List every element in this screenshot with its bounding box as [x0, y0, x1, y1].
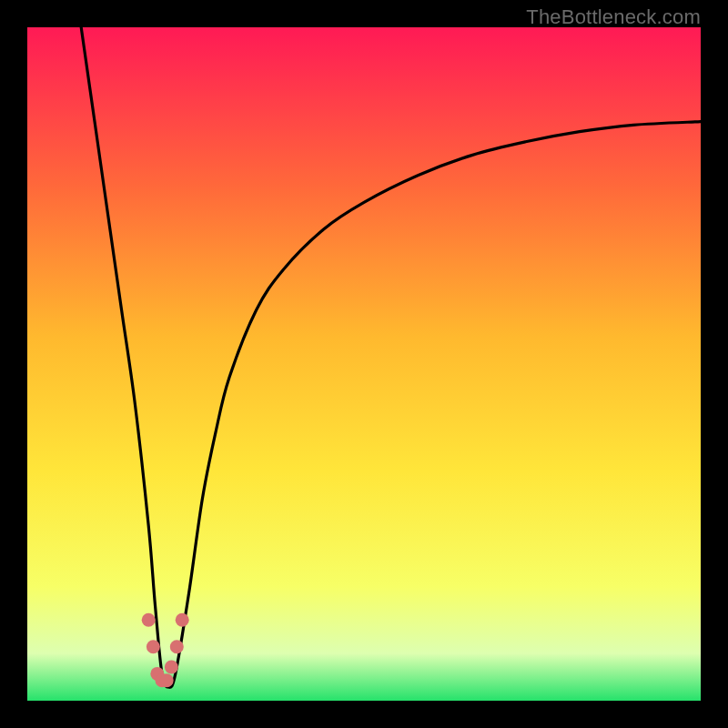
marker-dot: [142, 613, 156, 627]
marker-dot: [160, 673, 174, 687]
watermark-text: TheBottleneck.com: [526, 5, 701, 29]
chart-svg: [27, 27, 701, 701]
marker-dot: [176, 613, 189, 627]
plot-area: [27, 27, 701, 701]
outer-frame: TheBottleneck.com: [0, 0, 728, 728]
marker-dot: [170, 640, 184, 653]
marker-dot: [147, 640, 160, 653]
marker-dot: [165, 661, 178, 674]
